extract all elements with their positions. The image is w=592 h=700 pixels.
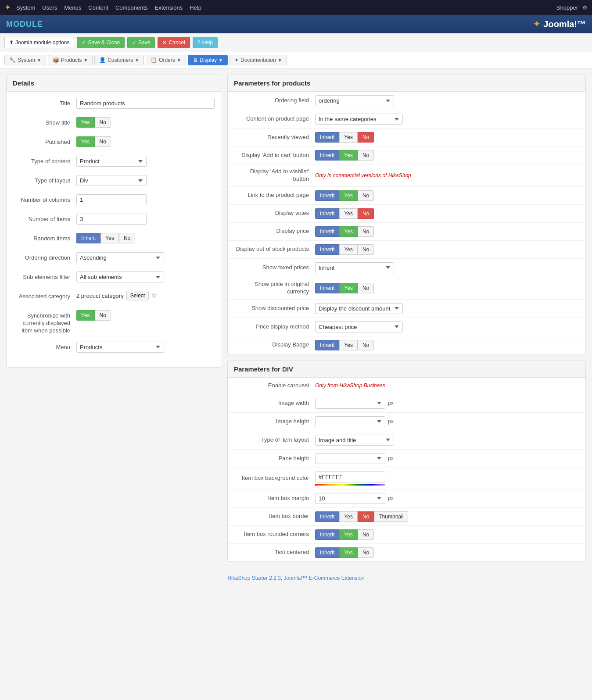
display-price-yes[interactable]: Yes (339, 226, 358, 237)
type-content-select[interactable]: Product (76, 156, 147, 167)
gear-icon[interactable]: ⚙ (582, 4, 588, 11)
item-box-margin-label: Item box margin (234, 495, 315, 502)
item-box-border-row: Item box border Inherit Yes No Thumbnail (228, 508, 585, 526)
display-price-inherit[interactable]: Inherit (315, 226, 339, 237)
out-of-stock-inherit[interactable]: Inherit (315, 244, 339, 255)
item-box-border-no[interactable]: No (358, 511, 374, 522)
nav-btn-orders[interactable]: 📋 Orders ▼ (146, 55, 186, 65)
nav-content[interactable]: Content (88, 4, 108, 11)
ordering-direction-select[interactable]: Ascending Descending (76, 252, 164, 263)
recently-viewed-yes[interactable]: Yes (339, 132, 358, 143)
nav-extensions[interactable]: Extensions (155, 4, 183, 11)
ordering-field-select[interactable]: ordering (315, 95, 394, 106)
joomla-module-options-button[interactable]: ⬆ Joomla module options (4, 37, 74, 48)
category-select-button[interactable]: Select (126, 291, 149, 300)
item-box-rounded-yes[interactable]: Yes (339, 529, 358, 540)
price-display-method-select[interactable]: Cheapest price (315, 321, 403, 332)
published-no[interactable]: No (95, 136, 111, 147)
synchronize-yes[interactable]: Yes (76, 310, 95, 321)
link-product-no[interactable]: No (358, 190, 374, 201)
display-votes-inherit[interactable]: Inherit (315, 208, 339, 219)
cancel-button[interactable]: ✕ Cancel (158, 37, 190, 48)
synchronize-no[interactable]: No (95, 310, 111, 321)
nav-btn-documentation[interactable]: ✦ Documentation ▼ (230, 55, 287, 65)
show-title-yes[interactable]: Yes (76, 117, 95, 128)
div-params-panel: Parameters for DIV Enable carousel Only … (227, 361, 586, 562)
content-product-page-select[interactable]: In the same categories (315, 114, 403, 125)
add-to-cart-inherit[interactable]: Inherit (315, 150, 339, 161)
nav-btn-display[interactable]: 🖥 Display ▼ (188, 55, 228, 65)
out-of-stock-yes[interactable]: Yes (339, 244, 358, 255)
nav-help[interactable]: Help (190, 4, 201, 11)
display-votes-no[interactable]: No (358, 208, 374, 219)
num-columns-input[interactable] (76, 194, 147, 205)
save-close-button[interactable]: ✓ Save & Close (77, 37, 125, 48)
display-badge-inherit[interactable]: Inherit (315, 340, 339, 350)
nav-btn-customers[interactable]: 👤 Customers ▼ (94, 55, 144, 65)
item-layout-select[interactable]: Image and title (315, 435, 394, 446)
image-width-input[interactable] (315, 398, 385, 409)
nav-users[interactable]: Users (42, 4, 57, 11)
display-votes-yes[interactable]: Yes (339, 208, 358, 219)
nav-products-label: Products (61, 57, 82, 63)
random-items-no[interactable]: No (119, 233, 135, 243)
show-original-currency-no[interactable]: No (358, 283, 374, 293)
recently-viewed-inherit[interactable]: Inherit (315, 132, 339, 143)
menu-select[interactable]: Products (76, 342, 164, 353)
show-original-currency-yes[interactable]: Yes (339, 283, 358, 293)
show-discounted-row: Show discounted price Display the discou… (228, 300, 585, 318)
add-to-cart-no[interactable]: No (358, 150, 374, 161)
add-to-cart-yes[interactable]: Yes (339, 150, 358, 161)
chevron-down-icon-products: ▼ (83, 58, 88, 63)
text-centered-yes[interactable]: Yes (339, 547, 358, 558)
nav-menus[interactable]: Menus (64, 4, 81, 11)
top-nav-items: System Users Menus Content Components Ex… (16, 4, 556, 11)
image-height-input[interactable] (315, 416, 385, 427)
text-centered-inherit[interactable]: Inherit (315, 547, 339, 558)
random-items-inherit[interactable]: Inherit (76, 233, 100, 243)
out-of-stock-control: Inherit Yes No (315, 244, 579, 255)
display-badge-no[interactable]: No (358, 340, 374, 350)
link-product-inherit[interactable]: Inherit (315, 190, 339, 201)
save-button[interactable]: ✓ Save (127, 37, 155, 48)
nav-system[interactable]: System (16, 4, 35, 11)
out-of-stock-no[interactable]: No (358, 244, 374, 255)
display-votes-toggle: Inherit Yes No (315, 208, 374, 219)
recently-viewed-no[interactable]: No (358, 132, 374, 143)
menu-control: Products (76, 342, 215, 353)
show-discounted-select[interactable]: Display the discount amount (315, 303, 403, 314)
nav-btn-system[interactable]: 🔧 System ▼ (4, 55, 46, 65)
item-box-rounded-no[interactable]: No (358, 529, 374, 540)
item-box-rounded-inherit[interactable]: Inherit (315, 529, 339, 540)
chevron-down-icon-customers: ▼ (135, 58, 139, 63)
type-layout-select[interactable]: Div (76, 175, 147, 186)
item-box-border-thumbnail[interactable]: Thumbnail (374, 511, 408, 522)
link-product-yes[interactable]: Yes (339, 190, 358, 201)
trash-icon[interactable]: 🗑 (151, 292, 158, 299)
show-taxed-row: Show taxed prices Inherit (228, 259, 585, 277)
joomla-icon: ✦ (4, 3, 11, 12)
item-box-margin-input[interactable] (315, 493, 385, 504)
nav-btn-products[interactable]: 📦 Products ▼ (48, 55, 93, 65)
num-items-input[interactable] (76, 214, 147, 225)
show-original-currency-inherit[interactable]: Inherit (315, 283, 339, 293)
item-box-bg-input[interactable] (315, 471, 385, 482)
show-title-no[interactable]: No (95, 117, 111, 128)
random-items-yes[interactable]: Yes (100, 233, 119, 243)
item-box-border-control: Inherit Yes No Thumbnail (315, 511, 579, 522)
published-row: Published Yes No (13, 136, 215, 149)
display-price-no[interactable]: No (358, 226, 374, 237)
text-centered-no[interactable]: No (358, 547, 374, 558)
item-box-border-inherit[interactable]: Inherit (315, 511, 339, 522)
image-height-control: px (315, 416, 579, 427)
nav-components[interactable]: Components (115, 4, 148, 11)
show-taxed-select[interactable]: Inherit (315, 262, 394, 273)
add-to-cart-row: Display 'Add to cart' button Inherit Yes… (228, 146, 585, 164)
help-button[interactable]: ? Help (193, 37, 218, 48)
pane-height-input[interactable] (315, 453, 385, 464)
item-box-border-yes[interactable]: Yes (339, 511, 358, 522)
display-badge-yes[interactable]: Yes (339, 340, 358, 350)
published-yes[interactable]: Yes (76, 136, 95, 147)
sub-elements-select[interactable]: All sub elements (76, 271, 164, 282)
title-input[interactable] (76, 98, 215, 109)
